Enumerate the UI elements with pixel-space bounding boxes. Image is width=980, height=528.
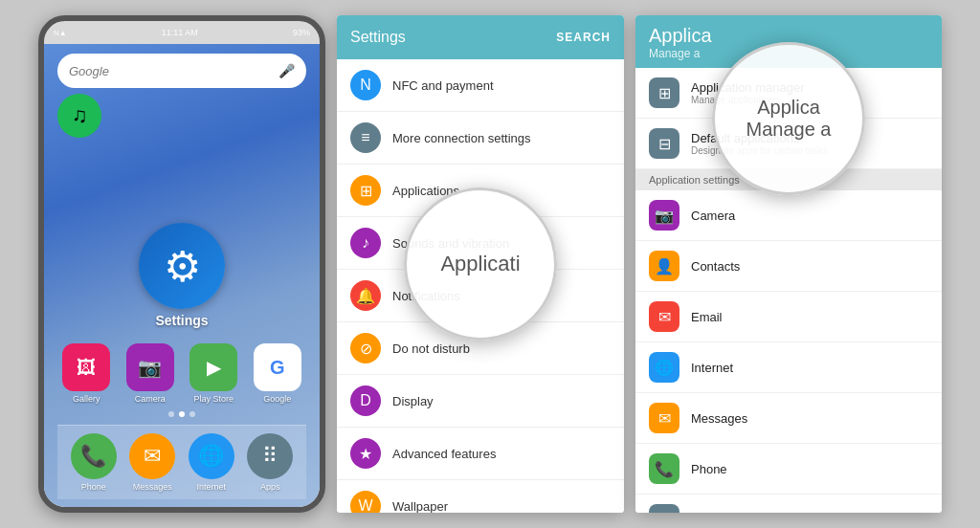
nfc-icon: N: [350, 70, 381, 100]
appmanager-panel: Applica Manage a ⊞ Application manager M…: [635, 15, 942, 513]
dot-3: [189, 411, 195, 417]
settings-panel: Settings SEARCH N NFC and payment ≡ More…: [337, 15, 624, 513]
am-item-internet[interactable]: 🌐 Internet: [635, 342, 942, 393]
am-default-icon: ⊟: [649, 128, 679, 159]
messages-dock-icon: ✉: [129, 433, 175, 479]
homescreen-background: Google 🎤 ♫ ⚙ Settings 🖼 Gallery: [44, 44, 320, 507]
am-item-camera[interactable]: 📷 Camera: [635, 190, 942, 241]
display-label: Display: [392, 394, 434, 408]
internet-dock-icon: 🌐: [189, 433, 234, 479]
am-splanner-label: S Planner: [691, 513, 746, 514]
internet-dock-item[interactable]: 🌐 Internet: [185, 433, 238, 492]
time-display: 11:11 AM: [162, 28, 198, 37]
am-manager-icon: ⊞: [649, 77, 679, 108]
home-screen-phone: N▲ 11:11 AM 93% Google 🎤 ♫ ⚙ Settings: [38, 15, 325, 513]
dnd-label: Do not disturb: [392, 341, 470, 356]
spotify-symbol: ♫: [72, 103, 88, 128]
camera-app[interactable]: 📷 Camera: [122, 343, 180, 404]
camera-icon: 📷: [126, 343, 174, 391]
apps-dock-item[interactable]: ⠿ Apps: [244, 433, 298, 492]
status-icons-left: N▲: [54, 29, 67, 37]
settings-app-icon-wrap: ⚙ Settings: [139, 223, 225, 328]
gallery-app[interactable]: 🖼 Gallery: [57, 343, 116, 404]
am-contacts-icon: 👤: [649, 251, 679, 281]
phone-dock-icon: 📞: [71, 433, 117, 479]
app-dock: 📞 Phone ✉ Messages 🌐 Internet ⠿ Apps: [57, 425, 306, 499]
wallpaper-label: Wallpaper: [392, 499, 448, 514]
settings-search-button[interactable]: SEARCH: [556, 31, 611, 44]
google-icon: G: [254, 343, 301, 391]
display-icon: D: [350, 385, 381, 416]
apps-dock-icon: ⠿: [247, 433, 293, 479]
microphone-icon[interactable]: 🎤: [278, 63, 295, 78]
settings-item-display[interactable]: D Display: [337, 375, 624, 428]
am-phone-label: Phone: [691, 462, 727, 476]
status-bar-1: N▲ 11:11 AM 93%: [44, 21, 320, 44]
magnifier-text-settings: Applicati: [431, 252, 529, 276]
dot-1: [168, 411, 174, 417]
am-phone-icon: 📞: [649, 453, 679, 484]
am-item-contacts[interactable]: 👤 Contacts: [635, 241, 942, 292]
camera-label: Camera: [135, 394, 166, 404]
am-item-phone[interactable]: 📞 Phone: [635, 444, 942, 495]
settings-item-nfc[interactable]: N NFC and payment: [337, 59, 624, 112]
magnifier-overlay-appmanager: ApplicaManage a: [712, 42, 865, 195]
am-item-messages[interactable]: ✉ Messages: [635, 393, 942, 444]
playstore-app[interactable]: ▶ Play Store: [185, 343, 243, 404]
gallery-icon: 🖼: [62, 343, 110, 391]
am-section-label: Application settings: [649, 174, 740, 186]
mid-apps-row: 🖼 Gallery 📷 Camera ▶ Play Store G Google: [57, 343, 306, 404]
settings-panel-title: Settings: [350, 29, 406, 46]
gallery-label: Gallery: [73, 394, 100, 404]
am-splanner-icon: 22: [649, 504, 679, 513]
settings-item-wallpaper[interactable]: W Wallpaper: [337, 480, 624, 513]
am-item-email[interactable]: ✉ Email: [635, 292, 942, 342]
spotify-row: ♫: [44, 94, 320, 138]
settings-item-advanced[interactable]: ★ Advanced features: [337, 428, 624, 480]
phone-dock-label: Phone: [81, 482, 106, 492]
messages-dock-item[interactable]: ✉ Messages: [126, 433, 180, 492]
dot-2: [179, 411, 185, 417]
advanced-label: Advanced features: [392, 447, 496, 461]
advanced-icon: ★: [350, 438, 381, 469]
applications-icon: ⊞: [350, 175, 381, 206]
settings-header: Settings SEARCH: [337, 15, 624, 59]
am-camera-label: Camera: [691, 209, 735, 223]
playstore-label: Play Store: [193, 394, 234, 404]
am-internet-icon: 🌐: [649, 352, 679, 383]
messages-dock-label: Messages: [133, 482, 172, 492]
magnifier-text-appmanager: ApplicaManage a: [739, 97, 839, 141]
network-icon: N▲: [54, 29, 67, 37]
internet-dock-label: Internet: [196, 482, 226, 492]
spotify-icon[interactable]: ♫: [57, 94, 101, 138]
connections-label: More connection settings: [392, 131, 531, 145]
gear-icon: ⚙: [164, 242, 201, 291]
settings-label: Settings: [155, 313, 208, 328]
phone-dock-item[interactable]: 📞 Phone: [67, 433, 121, 492]
am-messages-icon: ✉: [649, 403, 679, 433]
google-label: Google: [263, 394, 291, 404]
am-internet-label: Internet: [691, 361, 733, 375]
am-email-icon: ✉: [649, 301, 679, 332]
google-app[interactable]: G Google: [249, 343, 307, 404]
dnd-icon: ⊘: [350, 333, 381, 363]
playstore-icon: ▶: [189, 343, 237, 391]
settings-item-connections[interactable]: ≡ More connection settings: [337, 112, 624, 165]
google-search-bar[interactable]: Google 🎤: [57, 54, 306, 88]
google-logo: Google: [69, 64, 109, 78]
nfc-label: NFC and payment: [392, 78, 494, 93]
am-email-label: Email: [691, 310, 723, 324]
am-item-splanner[interactable]: 22 S Planner: [635, 495, 942, 513]
apps-dock-label: Apps: [260, 482, 280, 492]
notifications-icon: 🔔: [350, 280, 381, 311]
settings-big-icon[interactable]: ⚙: [139, 223, 225, 309]
battery-display: 93%: [293, 28, 310, 37]
am-contacts-label: Contacts: [691, 259, 740, 274]
am-camera-icon: 📷: [649, 200, 679, 231]
magnifier-overlay-settings: Applicati: [404, 187, 557, 341]
connections-icon: ≡: [350, 122, 381, 153]
wallpaper-icon: W: [350, 491, 381, 513]
am-messages-label: Messages: [691, 411, 747, 426]
sounds-icon: ♪: [350, 228, 381, 258]
page-dots: [57, 411, 306, 417]
